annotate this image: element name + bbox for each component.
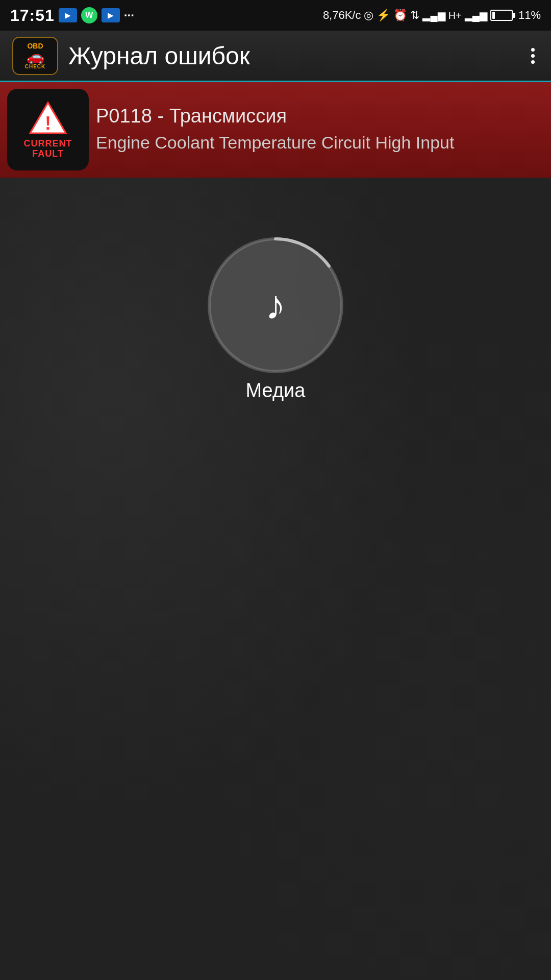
app-header: OBD 🚗 CHECK Журнал ошибок — [0, 31, 551, 82]
signal-bars-1: ▂▄▆ — [422, 9, 445, 21]
error-badge: CURRENT FAULT — [24, 139, 72, 159]
logo-engine-icon: 🚗 — [27, 50, 44, 64]
alarm-icon: ⏰ — [393, 9, 407, 22]
app-title: Журнал ошибок — [68, 42, 527, 70]
battery-percent: 11% — [518, 9, 541, 22]
svg-text:!: ! — [45, 113, 51, 134]
error-card[interactable]: ! CURRENT FAULT P0118 - Трансмиссия Engi… — [0, 82, 551, 178]
app-logo: OBD 🚗 CHECK — [12, 37, 58, 75]
main-content: ♪ Медиа — [0, 178, 551, 402]
status-bar-left: 17:51 ▶ W ▶ ··· — [10, 6, 134, 25]
warning-triangle-icon: ! — [28, 100, 68, 136]
status-icon-2: ▶ — [102, 8, 120, 22]
status-dots: ··· — [124, 8, 134, 22]
overflow-dot-1 — [531, 48, 535, 52]
status-icon-1: ▶ — [59, 8, 77, 22]
media-widget[interactable]: ♪ Медиа — [209, 239, 342, 402]
media-circle[interactable]: ♪ — [209, 239, 342, 372]
status-bar-right: 8,76K/с ◎ ⚡ ⏰ ⇅ ▂▄▆ H+ ▂▄▆ 11% — [323, 9, 541, 22]
error-info: P0118 - Трансмиссия Engine Coolant Tempe… — [96, 97, 551, 162]
circle-icon: ◎ — [364, 9, 373, 22]
network-speed: 8,76K/с — [323, 9, 361, 22]
fault-label: FAULT — [24, 149, 72, 159]
error-code: P0118 - Трансмиссия — [96, 105, 543, 127]
media-progress-ring — [205, 235, 346, 376]
overflow-dot-2 — [531, 54, 535, 58]
error-description: Engine Coolant Temperature Circuit High … — [96, 131, 543, 154]
h-plus-label: H+ — [448, 10, 462, 21]
battery-indicator — [490, 10, 515, 21]
bluetooth-icon: ⚡ — [377, 9, 390, 22]
signal-bars-2: ▂▄▆ — [465, 9, 487, 21]
media-label: Медиа — [246, 380, 306, 402]
whatsapp-icon: W — [81, 7, 97, 23]
arrows-icon: ⇅ — [410, 9, 419, 22]
logo-check-text: CHECK — [25, 64, 46, 69]
current-label: CURRENT — [24, 139, 72, 149]
time-display: 17:51 — [10, 6, 55, 25]
error-icon-container: ! CURRENT FAULT — [7, 89, 89, 170]
overflow-dot-3 — [531, 60, 535, 64]
overflow-menu-button[interactable] — [527, 44, 539, 68]
status-bar: 17:51 ▶ W ▶ ··· 8,76K/с ◎ ⚡ ⏰ ⇅ ▂▄▆ H+ ▂… — [0, 0, 551, 31]
